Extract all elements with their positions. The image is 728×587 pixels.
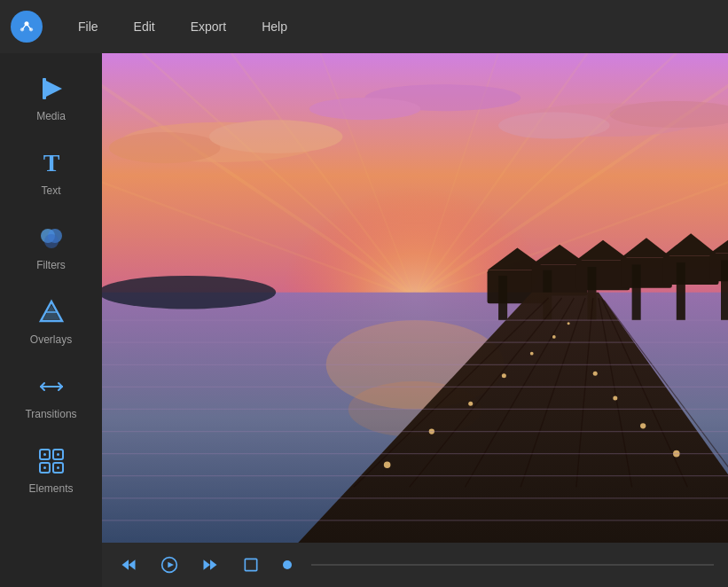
elements-icon xyxy=(35,445,67,477)
sidebar-item-media[interactable]: Media xyxy=(0,60,102,135)
sidebar-item-transitions[interactable]: Transitions xyxy=(0,358,102,433)
menu-export[interactable]: Export xyxy=(184,16,233,37)
app-logo-icon xyxy=(18,18,35,35)
svg-rect-103 xyxy=(245,559,256,570)
main-content: Media T Text Filters xyxy=(0,53,728,587)
menu-bar: File Edit Export Help xyxy=(0,0,728,53)
filters-icon xyxy=(35,222,67,254)
svg-point-22 xyxy=(43,466,46,469)
app-logo xyxy=(11,11,43,43)
progress-indicator xyxy=(283,560,292,569)
scene-svg xyxy=(102,53,728,543)
svg-point-85 xyxy=(613,395,617,400)
svg-point-23 xyxy=(57,466,59,469)
svg-point-43 xyxy=(309,98,420,120)
svg-marker-98 xyxy=(129,560,136,570)
forward-button[interactable] xyxy=(198,552,223,577)
menu-file[interactable]: File xyxy=(71,16,106,37)
text-icon: T xyxy=(35,147,67,179)
svg-point-10 xyxy=(44,234,59,248)
sidebar-item-elements[interactable]: Elements xyxy=(0,433,102,507)
svg-point-76 xyxy=(384,461,391,468)
sidebar-label-filters: Filters xyxy=(36,259,66,271)
menu-help[interactable]: Help xyxy=(254,16,294,37)
svg-line-3 xyxy=(22,24,27,30)
svg-point-79 xyxy=(502,373,506,378)
playback-controls xyxy=(102,543,728,587)
svg-text:T: T xyxy=(43,149,59,176)
play-button[interactable] xyxy=(157,552,182,577)
svg-rect-65 xyxy=(709,254,728,281)
svg-point-21 xyxy=(57,453,59,456)
svg-point-47 xyxy=(102,276,276,309)
sidebar-label-transitions: Transitions xyxy=(25,408,76,420)
stop-button[interactable] xyxy=(239,552,263,577)
svg-point-81 xyxy=(552,335,556,339)
svg-marker-101 xyxy=(204,560,211,570)
video-area xyxy=(102,53,728,587)
svg-rect-6 xyxy=(43,78,46,99)
sidebar-item-text[interactable]: T Text xyxy=(0,135,102,209)
sidebar-label-overlays: Overlays xyxy=(30,333,72,346)
svg-point-80 xyxy=(530,352,534,356)
menu-edit[interactable]: Edit xyxy=(127,16,162,37)
sidebar-item-overlays[interactable]: Overlays xyxy=(0,284,102,358)
video-frame xyxy=(102,53,728,543)
svg-point-78 xyxy=(468,402,473,406)
svg-point-37 xyxy=(109,132,220,163)
sidebar-label-elements: Elements xyxy=(28,482,73,495)
rewind-button[interactable] xyxy=(116,552,141,577)
transitions-icon xyxy=(35,371,67,403)
svg-marker-97 xyxy=(122,560,129,570)
svg-point-20 xyxy=(43,453,46,456)
svg-point-38 xyxy=(209,120,343,153)
sidebar-label-text: Text xyxy=(41,184,60,197)
progress-bar[interactable] xyxy=(311,564,714,566)
video-preview xyxy=(102,53,728,543)
svg-point-41 xyxy=(498,112,609,138)
svg-line-4 xyxy=(27,24,31,30)
svg-marker-102 xyxy=(210,560,217,570)
overlays-icon xyxy=(35,296,67,328)
sidebar-item-filters[interactable]: Filters xyxy=(0,209,102,284)
svg-point-84 xyxy=(640,423,646,428)
media-icon xyxy=(35,73,67,105)
svg-marker-100 xyxy=(168,562,174,568)
sidebar-label-media: Media xyxy=(36,110,66,122)
svg-point-82 xyxy=(568,322,570,325)
sidebar: Media T Text Filters xyxy=(0,53,102,587)
svg-marker-5 xyxy=(44,80,62,98)
svg-point-86 xyxy=(593,372,598,376)
